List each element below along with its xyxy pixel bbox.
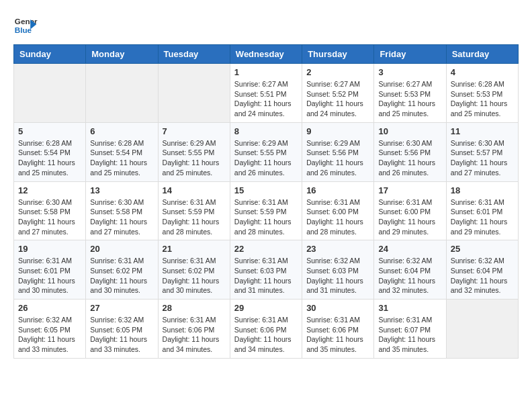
calendar-cell: 24Sunrise: 6:32 AMSunset: 6:04 PMDayligh… — [374, 240, 446, 300]
weekday-header-tuesday: Tuesday — [158, 45, 230, 64]
day-info: Sunrise: 6:29 AMSunset: 5:55 PMDaylight:… — [234, 138, 298, 178]
day-number: 30 — [306, 303, 369, 313]
day-number: 31 — [378, 303, 441, 313]
day-info: Sunrise: 6:31 AMSunset: 6:00 PMDaylight:… — [306, 197, 369, 237]
weekday-header-sunday: Sunday — [14, 45, 86, 64]
day-number: 2 — [306, 67, 369, 77]
calendar-week-row: 1Sunrise: 6:27 AMSunset: 5:51 PMDaylight… — [14, 64, 519, 123]
day-number: 4 — [451, 67, 514, 77]
day-number: 15 — [234, 185, 298, 195]
calendar-cell: 2Sunrise: 6:27 AMSunset: 5:52 PMDaylight… — [302, 64, 374, 123]
day-number: 17 — [378, 185, 441, 195]
day-info: Sunrise: 6:28 AMSunset: 5:54 PMDaylight:… — [18, 138, 81, 178]
calendar-cell — [86, 64, 158, 123]
day-number: 13 — [90, 185, 153, 195]
calendar-week-row: 26Sunrise: 6:32 AMSunset: 6:05 PMDayligh… — [14, 300, 519, 359]
calendar-cell: 3Sunrise: 6:27 AMSunset: 5:53 PMDaylight… — [374, 64, 446, 123]
svg-text:Blue: Blue — [15, 26, 32, 34]
day-number: 20 — [90, 244, 153, 254]
day-info: Sunrise: 6:27 AMSunset: 5:51 PMDaylight:… — [234, 79, 298, 119]
calendar-cell — [14, 64, 86, 123]
calendar-cell: 27Sunrise: 6:32 AMSunset: 6:05 PMDayligh… — [86, 300, 158, 359]
calendar-cell: 1Sunrise: 6:27 AMSunset: 5:51 PMDaylight… — [230, 64, 302, 123]
day-info: Sunrise: 6:32 AMSunset: 6:04 PMDaylight:… — [378, 256, 441, 295]
calendar-cell: 14Sunrise: 6:31 AMSunset: 5:59 PMDayligh… — [158, 181, 230, 240]
calendar-cell: 8Sunrise: 6:29 AMSunset: 5:55 PMDaylight… — [230, 122, 302, 181]
day-number: 11 — [451, 126, 514, 136]
calendar-body: 1Sunrise: 6:27 AMSunset: 5:51 PMDaylight… — [14, 64, 519, 359]
calendar-week-row: 5Sunrise: 6:28 AMSunset: 5:54 PMDaylight… — [14, 122, 519, 181]
day-number: 3 — [378, 67, 441, 77]
day-number: 27 — [90, 303, 153, 313]
day-info: Sunrise: 6:31 AMSunset: 6:06 PMDaylight:… — [163, 315, 226, 355]
day-info: Sunrise: 6:31 AMSunset: 5:59 PMDaylight:… — [234, 197, 298, 237]
calendar-cell: 28Sunrise: 6:31 AMSunset: 6:06 PMDayligh… — [158, 300, 230, 359]
calendar-cell: 4Sunrise: 6:28 AMSunset: 5:53 PMDaylight… — [446, 64, 518, 123]
calendar-cell: 20Sunrise: 6:31 AMSunset: 6:02 PMDayligh… — [86, 240, 158, 300]
day-info: Sunrise: 6:32 AMSunset: 6:05 PMDaylight:… — [90, 315, 153, 355]
day-info: Sunrise: 6:30 AMSunset: 5:57 PMDaylight:… — [451, 138, 514, 178]
day-info: Sunrise: 6:31 AMSunset: 6:01 PMDaylight:… — [451, 197, 514, 237]
day-info: Sunrise: 6:32 AMSunset: 6:05 PMDaylight:… — [18, 315, 81, 355]
day-number: 6 — [90, 126, 153, 136]
day-info: Sunrise: 6:32 AMSunset: 6:04 PMDaylight:… — [451, 256, 514, 295]
day-info: Sunrise: 6:27 AMSunset: 5:52 PMDaylight:… — [306, 79, 369, 119]
day-info: Sunrise: 6:32 AMSunset: 6:03 PMDaylight:… — [306, 256, 369, 295]
day-info: Sunrise: 6:31 AMSunset: 5:59 PMDaylight:… — [163, 197, 226, 237]
day-number: 23 — [306, 244, 369, 254]
calendar-cell: 9Sunrise: 6:29 AMSunset: 5:56 PMDaylight… — [302, 122, 374, 181]
day-info: Sunrise: 6:31 AMSunset: 6:07 PMDaylight:… — [378, 315, 441, 355]
day-info: Sunrise: 6:29 AMSunset: 5:55 PMDaylight:… — [163, 138, 226, 178]
calendar-cell: 7Sunrise: 6:29 AMSunset: 5:55 PMDaylight… — [158, 122, 230, 181]
day-number: 18 — [451, 185, 514, 195]
day-number: 10 — [378, 126, 441, 136]
day-number: 8 — [234, 126, 298, 136]
calendar-cell: 5Sunrise: 6:28 AMSunset: 5:54 PMDaylight… — [14, 122, 86, 181]
calendar-cell: 18Sunrise: 6:31 AMSunset: 6:01 PMDayligh… — [446, 181, 518, 240]
weekday-header-thursday: Thursday — [302, 45, 374, 64]
day-info: Sunrise: 6:30 AMSunset: 5:58 PMDaylight:… — [90, 197, 153, 237]
calendar-cell: 29Sunrise: 6:31 AMSunset: 6:06 PMDayligh… — [230, 300, 302, 359]
day-number: 1 — [234, 67, 298, 77]
page-header: General Blue — [13, 13, 519, 38]
calendar-cell: 22Sunrise: 6:31 AMSunset: 6:03 PMDayligh… — [230, 240, 302, 300]
day-info: Sunrise: 6:29 AMSunset: 5:56 PMDaylight:… — [306, 138, 369, 178]
day-info: Sunrise: 6:31 AMSunset: 6:06 PMDaylight:… — [306, 315, 369, 355]
day-info: Sunrise: 6:31 AMSunset: 6:02 PMDaylight:… — [163, 256, 226, 295]
logo-icon: General Blue — [13, 13, 38, 38]
day-number: 24 — [378, 244, 441, 254]
day-info: Sunrise: 6:27 AMSunset: 5:53 PMDaylight:… — [378, 79, 441, 119]
calendar-cell: 31Sunrise: 6:31 AMSunset: 6:07 PMDayligh… — [374, 300, 446, 359]
day-info: Sunrise: 6:28 AMSunset: 5:53 PMDaylight:… — [451, 79, 514, 119]
calendar-cell: 16Sunrise: 6:31 AMSunset: 6:00 PMDayligh… — [302, 181, 374, 240]
calendar-cell: 11Sunrise: 6:30 AMSunset: 5:57 PMDayligh… — [446, 122, 518, 181]
day-number: 29 — [234, 303, 298, 313]
day-number: 16 — [306, 185, 369, 195]
day-info: Sunrise: 6:31 AMSunset: 6:02 PMDaylight:… — [90, 256, 153, 295]
calendar-cell: 13Sunrise: 6:30 AMSunset: 5:58 PMDayligh… — [86, 181, 158, 240]
logo: General Blue — [13, 13, 38, 38]
calendar-cell — [446, 300, 518, 359]
day-info: Sunrise: 6:28 AMSunset: 5:54 PMDaylight:… — [90, 138, 153, 178]
day-number: 14 — [163, 185, 226, 195]
calendar-cell: 25Sunrise: 6:32 AMSunset: 6:04 PMDayligh… — [446, 240, 518, 300]
day-number: 25 — [451, 244, 514, 254]
day-number: 19 — [18, 244, 81, 254]
day-number: 26 — [18, 303, 81, 313]
day-number: 21 — [163, 244, 226, 254]
day-info: Sunrise: 6:31 AMSunset: 6:00 PMDaylight:… — [378, 197, 441, 237]
day-number: 12 — [18, 185, 81, 195]
day-info: Sunrise: 6:31 AMSunset: 6:06 PMDaylight:… — [234, 315, 298, 355]
calendar-cell — [158, 64, 230, 123]
day-number: 22 — [234, 244, 298, 254]
day-info: Sunrise: 6:31 AMSunset: 6:03 PMDaylight:… — [234, 256, 298, 295]
calendar-cell: 17Sunrise: 6:31 AMSunset: 6:00 PMDayligh… — [374, 181, 446, 240]
calendar-week-row: 19Sunrise: 6:31 AMSunset: 6:01 PMDayligh… — [14, 240, 519, 300]
weekday-header-saturday: Saturday — [446, 45, 518, 64]
weekday-header-friday: Friday — [374, 45, 446, 64]
day-info: Sunrise: 6:30 AMSunset: 5:58 PMDaylight:… — [18, 197, 81, 237]
day-info: Sunrise: 6:30 AMSunset: 5:56 PMDaylight:… — [378, 138, 441, 178]
day-number: 7 — [163, 126, 226, 136]
calendar-cell: 6Sunrise: 6:28 AMSunset: 5:54 PMDaylight… — [86, 122, 158, 181]
day-number: 9 — [306, 126, 369, 136]
